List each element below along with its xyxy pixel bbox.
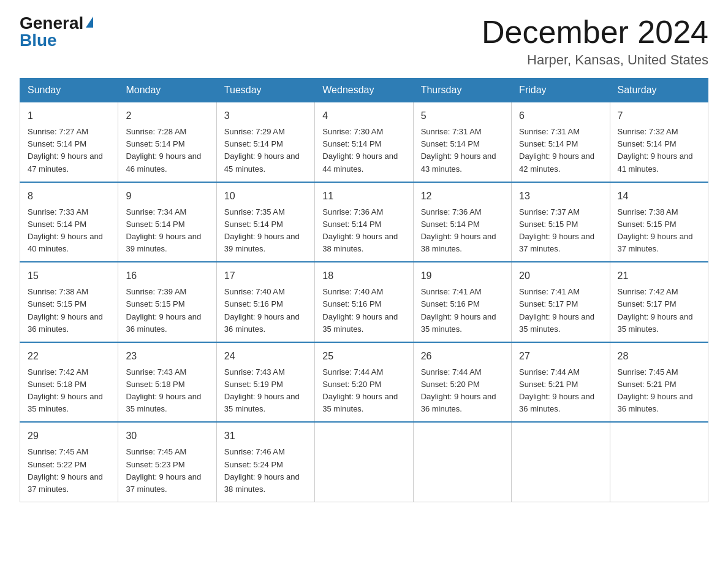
title-section: December 2024 Harper, Kansas, United Sta… (482, 15, 708, 68)
day-info: Sunrise: 7:38 AMSunset: 5:15 PMDaylight:… (28, 287, 103, 333)
calendar-day-cell: 16 Sunrise: 7:39 AMSunset: 5:15 PMDaylig… (118, 262, 216, 342)
calendar-week-row: 8 Sunrise: 7:33 AMSunset: 5:14 PMDayligh… (20, 182, 708, 262)
day-info: Sunrise: 7:45 AMSunset: 5:21 PMDaylight:… (618, 367, 693, 413)
calendar-day-cell: 30 Sunrise: 7:45 AMSunset: 5:23 PMDaylig… (118, 422, 216, 502)
day-number: 14 (618, 189, 700, 204)
header-tuesday: Tuesday (216, 79, 314, 102)
calendar-day-cell: 8 Sunrise: 7:33 AMSunset: 5:14 PMDayligh… (20, 182, 118, 262)
logo-triangle-icon (86, 17, 93, 28)
calendar-day-cell: 4 Sunrise: 7:30 AMSunset: 5:14 PMDayligh… (315, 102, 413, 182)
day-number: 7 (618, 109, 700, 123)
day-info: Sunrise: 7:39 AMSunset: 5:15 PMDaylight:… (126, 287, 201, 333)
header-monday: Monday (118, 79, 216, 102)
day-info: Sunrise: 7:30 AMSunset: 5:14 PMDaylight:… (322, 127, 398, 173)
calendar-subtitle: Harper, Kansas, United States (482, 52, 708, 68)
day-info: Sunrise: 7:41 AMSunset: 5:17 PMDaylight:… (519, 287, 594, 333)
calendar-day-cell (413, 422, 511, 502)
day-number: 27 (519, 349, 602, 364)
day-number: 25 (322, 349, 405, 364)
day-number: 20 (519, 269, 602, 283)
calendar-day-cell: 24 Sunrise: 7:43 AMSunset: 5:19 PMDaylig… (216, 342, 314, 423)
calendar-week-row: 29 Sunrise: 7:45 AMSunset: 5:22 PMDaylig… (20, 422, 708, 502)
day-info: Sunrise: 7:42 AMSunset: 5:17 PMDaylight:… (618, 287, 693, 333)
day-info: Sunrise: 7:43 AMSunset: 5:19 PMDaylight:… (224, 367, 300, 413)
calendar-header: SundayMondayTuesdayWednesdayThursdayFrid… (20, 79, 708, 102)
calendar-day-cell: 22 Sunrise: 7:42 AMSunset: 5:18 PMDaylig… (20, 342, 118, 423)
day-info: Sunrise: 7:44 AMSunset: 5:20 PMDaylight:… (322, 367, 398, 413)
day-info: Sunrise: 7:36 AMSunset: 5:14 PMDaylight:… (322, 207, 398, 253)
day-number: 6 (519, 109, 602, 123)
calendar-day-cell (315, 422, 413, 502)
calendar-table: SundayMondayTuesdayWednesdayThursdayFrid… (20, 78, 708, 502)
day-info: Sunrise: 7:36 AMSunset: 5:14 PMDaylight:… (421, 207, 496, 253)
day-number: 4 (322, 109, 405, 123)
day-number: 23 (126, 349, 208, 364)
calendar-day-cell: 18 Sunrise: 7:40 AMSunset: 5:16 PMDaylig… (315, 262, 413, 342)
calendar-day-cell: 31 Sunrise: 7:46 AMSunset: 5:24 PMDaylig… (216, 422, 314, 502)
day-info: Sunrise: 7:44 AMSunset: 5:21 PMDaylight:… (519, 367, 594, 413)
calendar-day-cell: 1 Sunrise: 7:27 AMSunset: 5:14 PMDayligh… (20, 102, 118, 182)
calendar-week-row: 1 Sunrise: 7:27 AMSunset: 5:14 PMDayligh… (20, 102, 708, 182)
day-number: 16 (126, 269, 208, 283)
calendar-day-cell: 6 Sunrise: 7:31 AMSunset: 5:14 PMDayligh… (512, 102, 610, 182)
day-number: 24 (224, 349, 307, 364)
day-number: 26 (421, 349, 504, 364)
calendar-day-cell: 21 Sunrise: 7:42 AMSunset: 5:17 PMDaylig… (610, 262, 708, 342)
day-info: Sunrise: 7:41 AMSunset: 5:16 PMDaylight:… (421, 287, 496, 333)
day-info: Sunrise: 7:33 AMSunset: 5:14 PMDaylight:… (28, 207, 103, 253)
calendar-title: December 2024 (482, 15, 708, 50)
calendar-week-row: 15 Sunrise: 7:38 AMSunset: 5:15 PMDaylig… (20, 262, 708, 342)
day-number: 19 (421, 269, 504, 283)
day-number: 12 (421, 189, 504, 204)
day-info: Sunrise: 7:42 AMSunset: 5:18 PMDaylight:… (28, 367, 103, 413)
calendar-day-cell: 20 Sunrise: 7:41 AMSunset: 5:17 PMDaylig… (512, 262, 610, 342)
logo: General Blue (20, 15, 93, 49)
day-info: Sunrise: 7:35 AMSunset: 5:14 PMDaylight:… (224, 207, 300, 253)
header-saturday: Saturday (610, 79, 708, 102)
day-number: 9 (126, 189, 208, 204)
day-number: 8 (28, 189, 110, 204)
day-number: 3 (224, 109, 307, 123)
calendar-day-cell: 7 Sunrise: 7:32 AMSunset: 5:14 PMDayligh… (610, 102, 708, 182)
day-info: Sunrise: 7:40 AMSunset: 5:16 PMDaylight:… (224, 287, 300, 333)
calendar-day-cell: 19 Sunrise: 7:41 AMSunset: 5:16 PMDaylig… (413, 262, 511, 342)
calendar-week-row: 22 Sunrise: 7:42 AMSunset: 5:18 PMDaylig… (20, 342, 708, 423)
day-info: Sunrise: 7:45 AMSunset: 5:23 PMDaylight:… (126, 447, 201, 493)
calendar-day-cell: 12 Sunrise: 7:36 AMSunset: 5:14 PMDaylig… (413, 182, 511, 262)
calendar-day-cell: 29 Sunrise: 7:45 AMSunset: 5:22 PMDaylig… (20, 422, 118, 502)
calendar-day-cell (610, 422, 708, 502)
calendar-day-cell: 26 Sunrise: 7:44 AMSunset: 5:20 PMDaylig… (413, 342, 511, 423)
day-info: Sunrise: 7:44 AMSunset: 5:20 PMDaylight:… (421, 367, 496, 413)
day-number: 10 (224, 189, 307, 204)
day-number: 5 (421, 109, 504, 123)
day-number: 17 (224, 269, 307, 283)
day-info: Sunrise: 7:34 AMSunset: 5:14 PMDaylight:… (126, 207, 201, 253)
calendar-day-cell: 23 Sunrise: 7:43 AMSunset: 5:18 PMDaylig… (118, 342, 216, 423)
day-number: 30 (126, 429, 208, 443)
day-number: 1 (28, 109, 110, 123)
day-number: 15 (28, 269, 110, 283)
header-thursday: Thursday (413, 79, 511, 102)
day-info: Sunrise: 7:31 AMSunset: 5:14 PMDaylight:… (421, 127, 496, 173)
day-number: 18 (322, 269, 405, 283)
day-number: 21 (618, 269, 700, 283)
header-sunday: Sunday (20, 79, 118, 102)
calendar-day-cell: 11 Sunrise: 7:36 AMSunset: 5:14 PMDaylig… (315, 182, 413, 262)
day-info: Sunrise: 7:46 AMSunset: 5:24 PMDaylight:… (224, 447, 300, 493)
calendar-day-cell: 10 Sunrise: 7:35 AMSunset: 5:14 PMDaylig… (216, 182, 314, 262)
header-wednesday: Wednesday (315, 79, 413, 102)
calendar-day-cell: 17 Sunrise: 7:40 AMSunset: 5:16 PMDaylig… (216, 262, 314, 342)
calendar-day-cell: 2 Sunrise: 7:28 AMSunset: 5:14 PMDayligh… (118, 102, 216, 182)
day-number: 31 (224, 429, 307, 443)
day-info: Sunrise: 7:29 AMSunset: 5:14 PMDaylight:… (224, 127, 300, 173)
day-number: 29 (28, 429, 110, 443)
calendar-day-cell: 14 Sunrise: 7:38 AMSunset: 5:15 PMDaylig… (610, 182, 708, 262)
day-info: Sunrise: 7:31 AMSunset: 5:14 PMDaylight:… (519, 127, 594, 173)
header: General Blue December 2024 Harper, Kansa… (20, 15, 708, 68)
day-info: Sunrise: 7:32 AMSunset: 5:14 PMDaylight:… (618, 127, 693, 173)
day-number: 22 (28, 349, 110, 364)
calendar-day-cell: 9 Sunrise: 7:34 AMSunset: 5:14 PMDayligh… (118, 182, 216, 262)
logo-blue-text: Blue (20, 32, 57, 49)
header-friday: Friday (512, 79, 610, 102)
day-info: Sunrise: 7:37 AMSunset: 5:15 PMDaylight:… (519, 207, 594, 253)
